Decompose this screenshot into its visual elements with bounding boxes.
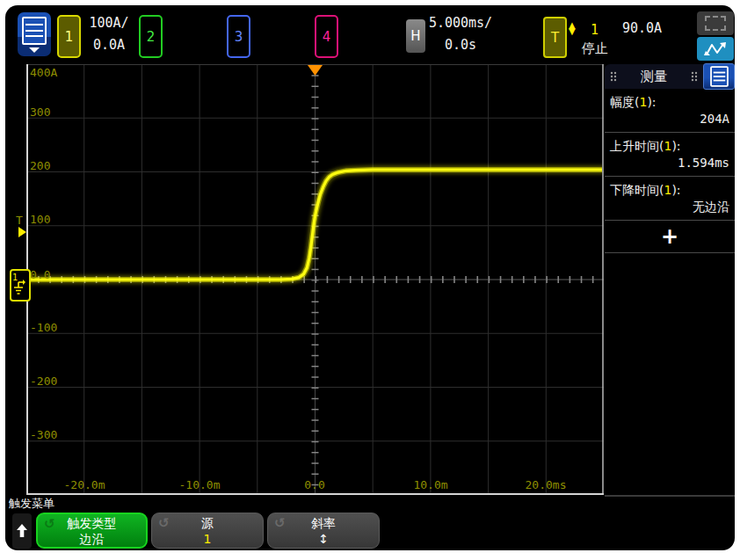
channel-1-offset: 0.0A xyxy=(83,38,135,53)
y-axis-label: 100 xyxy=(30,214,50,225)
channel-4-label: 4 xyxy=(323,29,331,45)
up-arrow-icon xyxy=(16,523,28,539)
y-axis-label: 200 xyxy=(30,160,50,171)
trigger-key-label: T xyxy=(551,30,559,46)
waveform-display[interactable] xyxy=(26,64,604,495)
chevron-down-icon xyxy=(29,47,40,53)
channel-2-label: 2 xyxy=(147,29,156,45)
main-menu-button[interactable] xyxy=(18,12,51,56)
knob-icon: ↺ xyxy=(158,515,170,531)
softkey-label: 触发类型 xyxy=(68,515,117,531)
measurement-label: 下降时间( xyxy=(610,183,664,197)
x-axis-label: 10.0m xyxy=(403,479,459,491)
trigger-level-letter: T xyxy=(16,214,23,227)
trigger-slope-icon[interactable]: ▲▼ xyxy=(569,22,576,34)
measurement-value: 1.594ms xyxy=(610,155,729,171)
back-button[interactable] xyxy=(12,513,32,549)
softkey-value: 1 xyxy=(204,531,212,547)
measurement-label: 上升时间( xyxy=(610,139,664,153)
y-axis-label: -300 xyxy=(30,429,57,440)
horizontal-button[interactable]: H xyxy=(406,19,425,53)
channel-1-label: 1 xyxy=(65,29,74,45)
oscilloscope-app: 1 100A/ 0.0A 2 3 4 H 5.000ms/ 0.0s T ▲▼ … xyxy=(0,0,740,560)
y-axis-label: -100 xyxy=(30,322,57,333)
softkey-label: 源 xyxy=(201,515,214,531)
acquisition-status: 停止 xyxy=(582,40,608,57)
x-axis-label: 0.0 xyxy=(287,479,343,491)
x-axis-label: -20.0m xyxy=(56,479,112,491)
measurement-value: 204A xyxy=(610,111,729,127)
horizontal-key-label: H xyxy=(410,28,420,44)
measurement-panel-header[interactable]: 测量 xyxy=(605,64,735,89)
ground-icon: 1 xyxy=(11,271,25,296)
y-axis-label: -200 xyxy=(30,375,57,387)
timebase-readout: 5.000ms/ 0.0s xyxy=(427,16,494,53)
zoom-box-button[interactable] xyxy=(697,11,734,35)
measurement-row-rise-time[interactable]: 上升时间(1): 1.594ms xyxy=(605,133,735,177)
x-axis-label: 20.0ms xyxy=(518,479,574,491)
y-axis-label: 300 xyxy=(30,106,50,118)
trigger-level-marker[interactable] xyxy=(18,227,26,237)
channel-1-scale: 100A/ xyxy=(83,16,135,31)
channel-4-button[interactable]: 4 xyxy=(315,15,338,58)
softkey-value: 边沿 xyxy=(80,531,105,547)
svg-text:1: 1 xyxy=(12,273,18,282)
timebase-scale: 5.000ms/ xyxy=(427,16,494,31)
channel-3-button[interactable]: 3 xyxy=(227,15,250,58)
knob-icon: ↺ xyxy=(44,516,55,532)
x-axis-label: -10.0m xyxy=(171,479,228,491)
softkey-trigger-source[interactable]: ↺ 源 1 xyxy=(151,513,264,549)
drag-handle-icon[interactable] xyxy=(610,71,617,82)
measurement-label: 幅度( xyxy=(610,95,639,109)
trigger-time-marker[interactable] xyxy=(308,65,323,76)
drag-handle-icon[interactable] xyxy=(691,71,698,82)
selection-box-icon xyxy=(705,16,726,31)
trigger-source-value: 1 xyxy=(591,22,599,38)
y-axis-label: 400A xyxy=(30,67,57,78)
channel-3-label: 3 xyxy=(235,29,243,45)
measurement-panel-title: 测量 xyxy=(622,69,686,85)
softkey-trigger-type[interactable]: ↺ 触发类型 边沿 xyxy=(36,513,148,549)
panel-menu-button[interactable] xyxy=(703,63,735,90)
menu-icon xyxy=(22,17,47,45)
menu-icon xyxy=(710,66,729,86)
knob-icon: ↺ xyxy=(274,515,286,531)
slope-updown-icon: ↕ xyxy=(318,531,329,547)
softkey-trigger-slope[interactable]: ↺ 斜率 ↕ xyxy=(267,513,380,549)
measurement-row-amplitude[interactable]: 幅度(1): 204A xyxy=(605,89,735,133)
graticule xyxy=(26,64,604,495)
softkey-menu-title: 触发菜单 xyxy=(9,496,54,512)
waveform-drag-icon xyxy=(703,40,728,58)
scope-screen: 1 100A/ 0.0A 2 3 4 H 5.000ms/ 0.0s T ▲▼ … xyxy=(5,5,735,550)
trigger-level-value: 90.0A xyxy=(622,20,662,36)
channel-2-button[interactable]: 2 xyxy=(139,15,163,58)
trigger-button[interactable]: T xyxy=(543,17,567,58)
channel-1-readout: 100A/ 0.0A xyxy=(83,16,135,53)
add-measurement-row: + xyxy=(605,221,735,253)
softkey-label: 斜率 xyxy=(311,515,336,531)
y-axis-label: 0.0 xyxy=(30,269,50,280)
add-measurement-button[interactable]: + xyxy=(661,226,678,247)
measurement-row-fall-time[interactable]: 下降时间(1): 无边沿 xyxy=(605,177,735,221)
measurement-value: 无边沿 xyxy=(610,199,729,215)
channel-1-button[interactable]: 1 xyxy=(57,15,81,58)
measurement-panel: 测量 幅度(1): 204A 上升时间(1): 1.594ms 下降时间( xyxy=(605,64,735,497)
timebase-delay: 0.0s xyxy=(427,38,494,53)
channel-1-ground-marker[interactable]: 1 xyxy=(10,269,31,302)
touch-gesture-button[interactable] xyxy=(697,37,734,61)
